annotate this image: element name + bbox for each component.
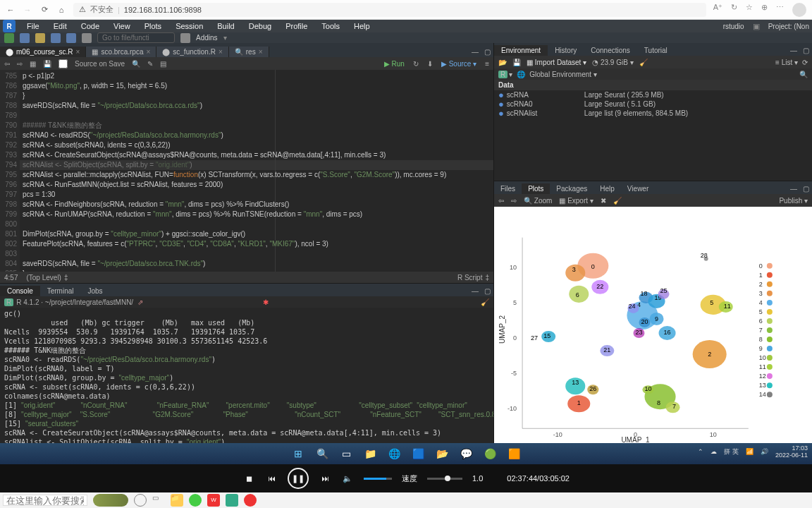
maximize-icon[interactable]: ▢ bbox=[481, 47, 493, 57]
chevron-up-icon[interactable]: ⌃ bbox=[698, 448, 703, 455]
tab-jobs[interactable]: Jobs bbox=[81, 286, 110, 296]
ime-indicator[interactable]: 拼 英 bbox=[724, 447, 739, 456]
tab-viewer[interactable]: Viewer bbox=[621, 183, 655, 194]
record-icon[interactable] bbox=[244, 494, 257, 507]
taskview-icon[interactable]: ▭ bbox=[338, 446, 354, 461]
env-row[interactable]: ●scRNA0Large Seurat ( 5.1 GB) bbox=[494, 99, 812, 109]
addins-button[interactable]: Addins bbox=[196, 34, 218, 42]
open-file-icon[interactable] bbox=[35, 33, 45, 43]
close-icon[interactable]: × bbox=[146, 48, 150, 56]
tab-terminal[interactable]: Terminal bbox=[40, 286, 81, 296]
explorer2-icon[interactable]: 📁 bbox=[171, 494, 183, 507]
tab-connections[interactable]: Connections bbox=[584, 45, 637, 56]
clear-console-icon[interactable]: 🧹 bbox=[481, 298, 489, 306]
folder-icon[interactable]: 📂 bbox=[434, 446, 450, 461]
next-plot-icon[interactable]: ⇨ bbox=[511, 197, 517, 205]
menu-debug[interactable]: Debug bbox=[246, 20, 274, 32]
new-file-icon[interactable] bbox=[4, 33, 14, 43]
os-search-input[interactable] bbox=[3, 495, 87, 506]
minimize-icon[interactable]: — bbox=[469, 47, 481, 57]
volume-icon[interactable]: 🔈 bbox=[341, 472, 354, 485]
edge-icon[interactable]: 🌐 bbox=[386, 446, 402, 461]
maximize-icon[interactable]: ▢ bbox=[800, 183, 812, 194]
chat-icon[interactable]: 💬 bbox=[458, 446, 474, 461]
source-nav-icon[interactable]: ⬇ bbox=[427, 60, 433, 68]
refresh-env-icon[interactable]: ⟳ bbox=[802, 59, 808, 66]
run-button[interactable]: ▶ Run bbox=[384, 60, 405, 68]
wechat-icon[interactable]: 🟢 bbox=[482, 446, 498, 461]
code-editor[interactable]: 785 786 787 788 789 790 791 792 793 794 … bbox=[0, 70, 493, 272]
sound-icon[interactable]: 🔊 bbox=[761, 448, 768, 455]
publish-button[interactable]: Publish ▾ bbox=[779, 197, 808, 205]
compile-icon[interactable]: ▤ bbox=[160, 60, 166, 68]
taskview2-icon[interactable]: ▭ bbox=[152, 494, 165, 507]
tab-sco[interactable]: ▦sco.brca.rpca× bbox=[86, 47, 156, 57]
close-icon[interactable]: × bbox=[259, 48, 263, 56]
tab-res[interactable]: 🔍res× bbox=[229, 47, 269, 57]
clear-plots-icon[interactable]: 🧹 bbox=[613, 197, 622, 205]
minimize-icon[interactable]: — bbox=[787, 183, 800, 194]
read-aloud-icon[interactable]: A⁺ bbox=[713, 3, 722, 17]
addins-icon[interactable] bbox=[180, 33, 190, 43]
maximize-icon[interactable]: ▢ bbox=[481, 286, 493, 296]
terminal-icon[interactable]: ▣ bbox=[753, 22, 760, 31]
tab-environment[interactable]: Environment bbox=[494, 45, 548, 56]
cortana-icon[interactable] bbox=[134, 494, 147, 507]
file-type-label[interactable]: R Script bbox=[457, 274, 483, 282]
profile-avatar[interactable] bbox=[792, 3, 806, 17]
search-env-icon[interactable]: 🔍 bbox=[799, 71, 808, 78]
source-button[interactable]: ▶ Source ▾ bbox=[441, 60, 476, 68]
print-icon[interactable] bbox=[82, 33, 92, 43]
next-track-icon[interactable]: ⏭ bbox=[319, 472, 331, 485]
back-nav-icon[interactable]: ⇦ bbox=[4, 60, 10, 68]
menu-code[interactable]: Code bbox=[78, 20, 102, 32]
volume-slider[interactable] bbox=[364, 478, 392, 480]
close-icon[interactable]: × bbox=[219, 48, 223, 56]
menu-icon[interactable]: ⋯ bbox=[776, 3, 784, 17]
app2-icon[interactable]: 🟧 bbox=[506, 446, 522, 461]
close-icon[interactable]: × bbox=[76, 48, 80, 56]
forward-icon[interactable]: → bbox=[23, 5, 32, 15]
remove-plot-icon[interactable]: ✖ bbox=[601, 197, 606, 205]
tab-help[interactable]: Help bbox=[593, 183, 621, 194]
tab-m06[interactable]: ⬤m06_course_sc.R× bbox=[0, 47, 86, 57]
prev-track-icon[interactable]: ⏮ bbox=[265, 472, 278, 485]
cloud-icon[interactable]: ☁ bbox=[710, 448, 717, 455]
collections-icon[interactable]: ⊕ bbox=[761, 3, 768, 17]
search-icon[interactable]: 🔍 bbox=[314, 446, 330, 461]
outline-icon[interactable]: ≡ bbox=[485, 60, 489, 68]
video-app-icon[interactable] bbox=[226, 494, 238, 507]
import-dataset-button[interactable]: ▦ Import Dataset ▾ bbox=[527, 59, 586, 66]
tab-history[interactable]: History bbox=[548, 45, 584, 56]
minimize-icon[interactable]: — bbox=[469, 286, 481, 296]
minimize-icon[interactable]: — bbox=[787, 45, 800, 56]
menu-plots[interactable]: Plots bbox=[142, 20, 164, 32]
reload-icon[interactable]: ↻ bbox=[731, 3, 737, 17]
sweep-icon[interactable]: 🧹 bbox=[639, 59, 648, 66]
env-scope[interactable]: Global Environment ▾ bbox=[529, 71, 597, 78]
fwd-nav-icon[interactable]: ⇨ bbox=[17, 60, 23, 68]
menu-edit[interactable]: Edit bbox=[51, 20, 70, 32]
speed-slider[interactable] bbox=[427, 478, 462, 480]
back-icon[interactable]: ← bbox=[6, 5, 16, 15]
source-on-save-checkbox[interactable] bbox=[59, 59, 68, 68]
export-button[interactable]: ▦ Export ▾ bbox=[559, 197, 593, 205]
scope-label[interactable]: (Top Level) bbox=[26, 274, 61, 282]
save-env-icon[interactable]: 💾 bbox=[512, 59, 521, 66]
weather-widget[interactable] bbox=[93, 494, 128, 507]
explorer-icon[interactable]: 📁 bbox=[362, 446, 378, 461]
menu-tools[interactable]: Tools bbox=[319, 20, 343, 32]
app-icon[interactable]: 🟦 bbox=[410, 446, 426, 461]
show-doc-icon[interactable]: ▦ bbox=[30, 60, 36, 68]
new-project-icon[interactable] bbox=[20, 33, 30, 43]
tab-console[interactable]: Console bbox=[0, 286, 40, 296]
refresh-icon[interactable]: ⟳ bbox=[39, 5, 49, 15]
menu-session[interactable]: Session bbox=[173, 20, 206, 32]
memory-indicator[interactable]: ◔ 23.9 GiB ▾ bbox=[592, 59, 633, 66]
wifi-icon[interactable]: 📶 bbox=[746, 448, 753, 455]
favorite-icon[interactable]: ☆ bbox=[746, 3, 753, 17]
pause-button[interactable]: ❚❚ bbox=[288, 468, 309, 489]
maximize-icon[interactable]: ▢ bbox=[800, 45, 812, 56]
goto-file-input[interactable] bbox=[97, 32, 175, 43]
start-icon[interactable]: ⊞ bbox=[290, 446, 306, 461]
